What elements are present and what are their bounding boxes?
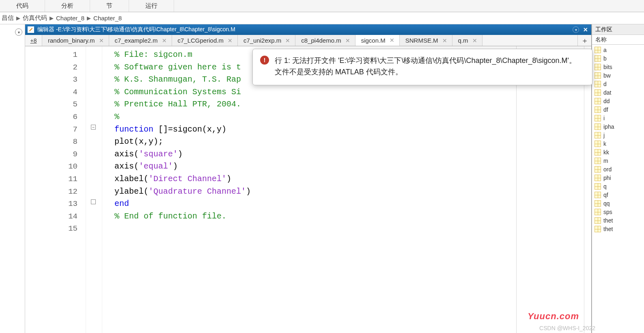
- variable-name: phi: [603, 175, 611, 181]
- variable-icon: [594, 132, 601, 138]
- file-tab[interactable]: c7_example2.m✕: [109, 35, 172, 46]
- file-tab[interactable]: sigcon.M✕: [355, 35, 400, 46]
- variable-name: ord: [603, 166, 612, 173]
- workspace-var-row[interactable]: i: [592, 114, 644, 122]
- file-tab[interactable]: q.m✕: [452, 35, 482, 46]
- toolstrip-tab-run[interactable]: 运行: [129, 0, 174, 12]
- tab-close-icon[interactable]: ✕: [472, 37, 477, 44]
- variable-icon: [594, 106, 601, 113]
- workspace-var-row[interactable]: dat: [592, 88, 644, 97]
- workspace-var-row[interactable]: ord: [592, 165, 644, 173]
- workspace-header-name[interactable]: 名称: [592, 35, 644, 45]
- workspace-var-row[interactable]: df: [592, 105, 644, 114]
- fold-gutter[interactable]: −: [86, 46, 102, 333]
- path-seg[interactable]: Chapter_8: [93, 15, 122, 22]
- variable-icon: [594, 141, 601, 147]
- workspace-var-row[interactable]: ipha: [592, 122, 644, 131]
- panel-actions-icon[interactable]: ▾: [573, 26, 579, 33]
- workspace-var-row[interactable]: phi: [592, 173, 644, 182]
- variable-name: ipha: [603, 123, 614, 130]
- file-tab-label: c7_example2.m: [115, 37, 158, 44]
- file-tab-label: sigcon.M: [361, 37, 386, 44]
- path-seg[interactable]: 昌信: [2, 14, 14, 22]
- workspace-var-row[interactable]: q: [592, 182, 644, 190]
- path-sep-icon: ▶: [50, 15, 54, 21]
- current-folder-collapsed[interactable]: ▾: [0, 24, 25, 333]
- workspace-var-row[interactable]: qf: [592, 190, 644, 199]
- workspace-var-row[interactable]: m: [592, 156, 644, 165]
- panel-menu-icon[interactable]: ▾: [15, 28, 22, 36]
- workspace-var-row[interactable]: dd: [592, 97, 644, 105]
- workspace-title[interactable]: 工作区: [592, 24, 644, 35]
- workspace-var-row[interactable]: qq: [592, 199, 644, 208]
- variable-name: bw: [603, 72, 611, 79]
- workspace-var-row[interactable]: d: [592, 80, 644, 88]
- variable-icon: [594, 158, 601, 164]
- file-tab-label: c7_uni2exp.m: [243, 37, 281, 44]
- path-seg[interactable]: 仿真代码: [23, 14, 47, 22]
- editor-title-path: E:\学习资料\大三下\移动通信\仿真代码\Chapter_8\Chapter_…: [58, 26, 235, 33]
- file-tab[interactable]: c8_pi4demo.m✕: [295, 35, 355, 46]
- file-tab-label: random_binary.m: [48, 37, 95, 44]
- editor-titlebar[interactable]: 编辑器 - E:\学习资料\大三下\移动通信\仿真代码\Chapter_8\Ch…: [25, 24, 591, 35]
- tab-close-icon[interactable]: ✕: [285, 37, 290, 44]
- workspace-var-row[interactable]: kk: [592, 148, 644, 156]
- file-tab[interactable]: random_binary.m✕: [42, 35, 109, 46]
- workspace-var-row[interactable]: a: [592, 45, 644, 54]
- variable-icon: [594, 72, 601, 79]
- tab-close-icon[interactable]: ✕: [442, 37, 447, 44]
- workspace-var-row[interactable]: b: [592, 54, 644, 63]
- print-margin-line: [516, 46, 517, 333]
- variable-name: d: [603, 81, 607, 87]
- variable-icon: [594, 217, 601, 224]
- toolstrip-tab-code[interactable]: 代码: [0, 0, 45, 12]
- file-tab-label: q.m: [458, 37, 468, 44]
- path-seg[interactable]: Chapter_8: [56, 15, 84, 22]
- breadcrumb[interactable]: 昌信 ▶ 仿真代码 ▶ Chapter_8 ▶ Chapter_8: [0, 12, 644, 24]
- file-tab-label: c8_pi4demo.m: [301, 37, 341, 44]
- file-tab[interactable]: SNRMSE.M✕: [400, 35, 452, 46]
- message-strip[interactable]: [584, 46, 591, 333]
- code-text[interactable]: % File: sigcon.m% Software given here is…: [102, 46, 591, 333]
- file-tab[interactable]: c7_uni2exp.m✕: [238, 35, 295, 46]
- workspace-var-row[interactable]: thet: [592, 216, 644, 225]
- close-icon[interactable]: ✕: [582, 26, 589, 33]
- tab-close-icon[interactable]: ✕: [99, 37, 104, 44]
- variable-name: m: [603, 158, 608, 164]
- tab-close-icon[interactable]: ✕: [390, 37, 394, 43]
- workspace-var-row[interactable]: j: [592, 131, 644, 139]
- tab-overflow-badge[interactable]: +8: [25, 35, 42, 46]
- variable-name: df: [603, 106, 608, 113]
- variable-name: kk: [603, 149, 609, 156]
- file-tab-strip: +8 random_binary.m✕c7_example2.m✕c7_LCGp…: [25, 35, 591, 46]
- variable-icon: [594, 64, 601, 70]
- workspace-var-row[interactable]: bw: [592, 71, 644, 80]
- tab-close-icon[interactable]: ✕: [228, 37, 233, 44]
- tab-close-icon[interactable]: ✕: [162, 37, 167, 44]
- variable-icon: [594, 115, 601, 121]
- variable-name: b: [603, 55, 607, 62]
- workspace-panel: 工作区 名称 abbitsbwddatdddfiiphajkkkmordphiq…: [592, 24, 644, 333]
- workspace-var-row[interactable]: thet: [592, 225, 644, 233]
- toolstrip-tab-analyze[interactable]: 分析: [45, 0, 90, 12]
- workspace-var-row[interactable]: k: [592, 139, 644, 148]
- variable-icon: [594, 192, 601, 198]
- variable-icon: [594, 226, 601, 232]
- variable-name: a: [603, 47, 607, 53]
- editor-body[interactable]: 123456789101112131415 − % File: sigcon.m…: [25, 46, 591, 333]
- workspace-var-row[interactable]: bits: [592, 63, 644, 71]
- tab-close-icon[interactable]: ✕: [345, 37, 350, 44]
- workspace-var-row[interactable]: sps: [592, 208, 644, 216]
- variable-name: thet: [603, 217, 613, 224]
- variable-icon: [594, 183, 601, 190]
- toolstrip-tab-section[interactable]: 节: [90, 0, 129, 12]
- fold-toggle-icon[interactable]: −: [91, 125, 96, 130]
- variable-icon: [594, 123, 601, 130]
- new-tab-button[interactable]: ＋: [577, 35, 591, 46]
- variable-name: i: [603, 115, 605, 121]
- variable-name: thet: [603, 226, 613, 232]
- workspace-var-list[interactable]: abbitsbwddatdddfiiphajkkkmordphiqqfqqsps…: [592, 45, 644, 234]
- file-tab[interactable]: c7_LCGperiod.m✕: [172, 35, 238, 46]
- line-number-gutter: 123456789101112131415: [25, 46, 86, 333]
- variable-icon: [594, 166, 601, 173]
